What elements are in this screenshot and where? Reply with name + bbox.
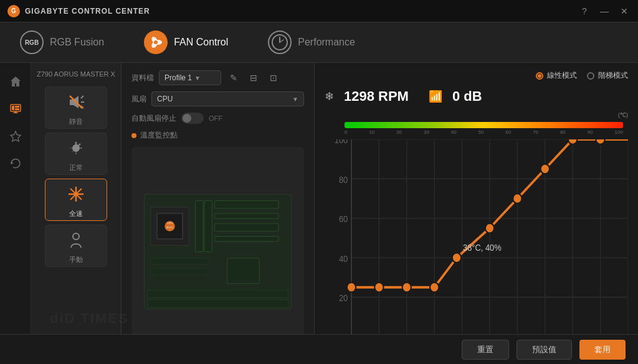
tab-fan[interactable]: FAN Control bbox=[136, 26, 236, 59]
fan-row: 風扇 CPU ▼ bbox=[131, 91, 304, 106]
auto-fan-state: OFF bbox=[209, 114, 222, 122]
sidebar-monitor[interactable] bbox=[4, 98, 27, 120]
svg-rect-30 bbox=[214, 200, 279, 208]
svg-rect-32 bbox=[214, 223, 279, 231]
fan-label: 風扇 bbox=[131, 94, 146, 105]
monitor-label: 溫度監控點 bbox=[140, 130, 178, 141]
svg-point-87 bbox=[541, 164, 550, 174]
sidebar-star[interactable] bbox=[4, 125, 27, 147]
svg-text:20: 20 bbox=[339, 293, 348, 303]
save-icon[interactable]: ⊟ bbox=[246, 70, 261, 85]
edit-icon[interactable]: ✎ bbox=[226, 70, 241, 85]
chart-header: 線性模式 階梯模式 bbox=[325, 70, 628, 81]
fan-rpm-icon: ❄ bbox=[325, 90, 334, 103]
svg-rect-12 bbox=[70, 100, 74, 105]
rgb-icon: RGB bbox=[20, 30, 44, 54]
watermark: diD TIMES bbox=[50, 310, 129, 327]
svg-rect-31 bbox=[214, 213, 279, 218]
fan-icon bbox=[144, 30, 168, 54]
svg-line-24 bbox=[78, 196, 82, 200]
svg-point-82 bbox=[402, 282, 411, 292]
auto-fan-row: 自動風扇停止 OFF bbox=[131, 113, 304, 124]
svg-point-80 bbox=[347, 282, 356, 292]
mode-silent[interactable]: 靜音 bbox=[45, 86, 107, 129]
svg-point-86 bbox=[513, 194, 521, 203]
full-label: 全速 bbox=[69, 209, 83, 218]
sidebar-home[interactable] bbox=[4, 70, 27, 93]
window-controls: ? — ✕ bbox=[578, 6, 631, 16]
svg-line-26 bbox=[70, 196, 74, 200]
svg-rect-34 bbox=[196, 200, 203, 251]
svg-rect-42 bbox=[151, 258, 208, 264]
right-panel: 線性模式 階梯模式 ❄ 1298 RPM 📶 0 dB (℃) bbox=[315, 63, 638, 364]
svg-rect-41 bbox=[227, 258, 259, 284]
rpm-display: ❄ 1298 RPM 📶 0 dB bbox=[325, 86, 628, 107]
svg-point-3 bbox=[154, 40, 158, 44]
linear-radio-dot bbox=[536, 72, 543, 80]
app-title: GIGABYTE CONTROL CENTER bbox=[25, 7, 150, 16]
svg-point-89 bbox=[596, 139, 604, 144]
close-button[interactable]: ✕ bbox=[618, 6, 631, 16]
fan-select[interactable]: CPU ▼ bbox=[151, 91, 304, 106]
step-radio-dot bbox=[587, 72, 594, 80]
mode-normal[interactable]: 正常 bbox=[45, 133, 107, 175]
profile-label: 資料檔 bbox=[131, 73, 154, 83]
left-panel-title: Z790 AORUS MASTER X bbox=[37, 70, 115, 78]
auto-fan-toggle[interactable] bbox=[181, 113, 204, 124]
temp-color-bar: 0 10 20 30 40 50 60 70 80 90 100 bbox=[345, 122, 623, 128]
linear-mode-radio[interactable]: 線性模式 bbox=[536, 70, 577, 81]
app-logo: G bbox=[7, 5, 20, 17]
svg-line-14 bbox=[81, 96, 83, 98]
svg-point-85 bbox=[485, 223, 494, 233]
monitor-dot bbox=[131, 133, 136, 138]
svg-rect-45 bbox=[148, 299, 288, 307]
auto-fan-label: 自動風扇停止 bbox=[131, 113, 176, 124]
step-mode-label: 階梯模式 bbox=[598, 70, 628, 81]
svg-point-88 bbox=[568, 139, 577, 144]
svg-text:40: 40 bbox=[339, 254, 348, 264]
tab-fan-label: FAN Control bbox=[174, 37, 228, 48]
mode-manual[interactable]: 手動 bbox=[45, 225, 107, 267]
db-value: 0 dB bbox=[452, 88, 482, 105]
rpm-value: 1298 RPM bbox=[344, 88, 409, 105]
nav-tabs: RGB RGB Fusion FAN Control Performance bbox=[0, 22, 638, 63]
svg-rect-9 bbox=[14, 111, 17, 113]
svg-rect-33 bbox=[214, 236, 279, 241]
svg-rect-6 bbox=[12, 106, 14, 110]
titlebar: G GIGABYTE CONTROL CENTER ? — ✕ bbox=[0, 0, 638, 22]
svg-rect-7 bbox=[15, 106, 19, 108]
middle-panel: 資料檔 Profile 1 ▼ ✎ ⊟ ⊡ 風扇 CPU ▼ 自動風扇停止 OF… bbox=[121, 63, 315, 364]
perf-icon bbox=[268, 30, 292, 54]
svg-text:60: 60 bbox=[339, 215, 348, 225]
sidebar-refresh[interactable] bbox=[4, 152, 27, 175]
monitor-row: 溫度監控點 bbox=[131, 130, 304, 141]
tab-rgb[interactable]: RGB RGB Fusion bbox=[12, 26, 112, 59]
step-mode-radio[interactable]: 階梯模式 bbox=[587, 70, 628, 81]
svg-rect-10 bbox=[13, 113, 18, 113]
silent-label: 靜音 bbox=[69, 117, 83, 126]
svg-text:CPU: CPU bbox=[167, 222, 173, 225]
bottom-bar: diD TIMES 重置 預設值 套用 bbox=[0, 334, 638, 364]
full-icon bbox=[64, 182, 88, 207]
svg-point-28 bbox=[73, 233, 79, 240]
volume-icon: 📶 bbox=[429, 90, 442, 103]
tab-performance[interactable]: Performance bbox=[260, 26, 363, 59]
export-icon[interactable]: ⊡ bbox=[266, 70, 281, 85]
svg-line-23 bbox=[70, 189, 74, 192]
svg-text:90.0°C: 90.0°C bbox=[166, 226, 173, 229]
sidebar bbox=[0, 63, 31, 364]
profile-select[interactable]: Profile 1 ▼ bbox=[159, 70, 221, 85]
help-button[interactable]: ? bbox=[578, 6, 591, 16]
normal-icon bbox=[64, 136, 88, 161]
svg-rect-44 bbox=[148, 290, 288, 297]
mode-full[interactable]: 全速 bbox=[45, 179, 107, 221]
reset-button[interactable]: 重置 bbox=[462, 340, 509, 360]
default-button[interactable]: 預設值 bbox=[517, 340, 572, 360]
apply-button[interactable]: 套用 bbox=[579, 340, 626, 360]
minimize-button[interactable]: — bbox=[598, 6, 611, 16]
svg-line-25 bbox=[78, 189, 82, 192]
svg-point-81 bbox=[374, 282, 383, 292]
tab-performance-label: Performance bbox=[298, 37, 355, 48]
silent-icon bbox=[64, 90, 88, 114]
manual-label: 手動 bbox=[69, 255, 83, 264]
